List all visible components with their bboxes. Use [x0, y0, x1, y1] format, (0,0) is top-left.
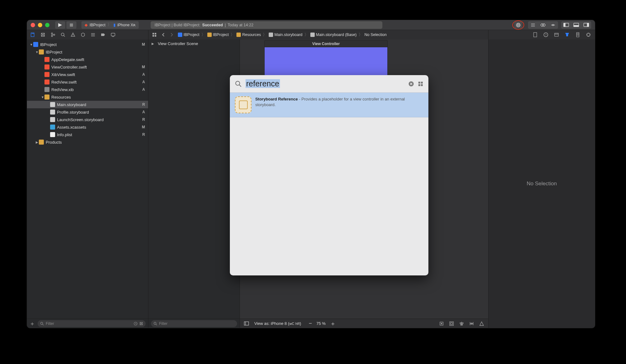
svg-point-56	[236, 81, 240, 85]
embed-in-button[interactable]	[449, 321, 454, 326]
svg-rect-30	[534, 33, 537, 37]
svg-rect-59	[421, 82, 423, 84]
stop-button[interactable]	[66, 21, 76, 29]
status-time: Today at 14:22	[228, 23, 253, 27]
source-control-navigator-tab[interactable]	[40, 32, 46, 38]
test-navigator-tab[interactable]	[80, 32, 86, 38]
attributes-inspector-tab[interactable]	[564, 32, 570, 38]
toggle-navigator-button[interactable]	[561, 21, 571, 29]
scheme-selector[interactable]: ◆ IBProject 〉 ▮ iPhone Xʀ	[81, 21, 139, 29]
svg-rect-58	[418, 82, 420, 84]
minimize-window-button[interactable]	[38, 23, 42, 27]
tree-row[interactable]: LaunchScreen.storyboardR	[27, 116, 148, 123]
tree-row[interactable]: ▼IBProjectM	[27, 41, 148, 48]
tree-row[interactable]: Profile.storyboardA	[27, 108, 148, 116]
svg-rect-29	[155, 35, 156, 37]
object-library-popover: reference Storyboard Reference - Provide…	[230, 75, 428, 275]
scm-filter-icon[interactable]	[139, 322, 143, 326]
add-file-button[interactable]: ＋	[29, 321, 35, 326]
tree-row[interactable]: ▼IBProject	[27, 48, 148, 56]
inspector-empty-label: No Selection	[489, 39, 595, 328]
issue-navigator-tab[interactable]	[70, 32, 76, 38]
file-tree[interactable]: ▼IBProjectM▼IBProjectAppDelegate.swiftVi…	[27, 39, 148, 319]
report-navigator-tab[interactable]	[110, 32, 116, 38]
find-navigator-tab[interactable]	[60, 32, 66, 38]
status-prefix: IBProject | Build IBProject:	[154, 23, 200, 27]
library-result-title: Storyboard Reference	[255, 97, 298, 101]
update-frames-button[interactable]	[439, 321, 444, 326]
view-as-label[interactable]: View as: iPhone 8 (wC hR)	[254, 321, 301, 326]
align-button[interactable]	[459, 321, 464, 326]
version-editor-button[interactable]	[548, 21, 558, 29]
toggle-outline-button[interactable]	[244, 321, 249, 326]
zoom-window-button[interactable]	[45, 23, 49, 27]
back-button[interactable]	[160, 32, 166, 38]
storyboard-reference-icon	[235, 96, 251, 113]
forward-button[interactable]	[169, 32, 175, 38]
library-search-field[interactable]: reference	[246, 79, 405, 88]
tree-row[interactable]: XibView.swiftA	[27, 71, 148, 78]
library-result-storyboard-reference[interactable]: Storyboard Reference - Provides a placeh…	[230, 93, 428, 117]
titlebar: ◆ IBProject 〉 ▮ iPhone Xʀ IBProject | Bu…	[27, 20, 595, 30]
library-button[interactable]	[514, 22, 522, 28]
recent-filter-icon[interactable]	[134, 322, 137, 326]
file-inspector-tab[interactable]	[532, 32, 538, 38]
svg-point-46	[441, 323, 442, 324]
breakpoint-navigator-tab[interactable]	[100, 32, 106, 38]
toggle-inspector-button[interactable]	[581, 21, 591, 29]
navigator-tab-bar: IBProject〉 IBProject〉 Resources〉 Main.st…	[27, 30, 595, 39]
svg-rect-43	[244, 322, 249, 325]
status-result: Succeeded	[202, 23, 223, 27]
outline-filter-field[interactable]: Filter	[151, 320, 237, 327]
zoom-in-button[interactable]: ＋	[330, 320, 336, 327]
svg-rect-1	[70, 23, 73, 27]
tree-row[interactable]: ▼Resources	[27, 93, 148, 101]
tree-row[interactable]: ViewController.swiftM	[27, 63, 148, 71]
svg-marker-0	[58, 23, 62, 27]
filter-placeholder: Filter	[46, 321, 54, 326]
svg-rect-3	[518, 24, 519, 26]
document-outline[interactable]: ▶ View Controller Scene Filter	[148, 39, 240, 328]
assistant-editor-button[interactable]	[538, 21, 548, 29]
tree-row[interactable]: Info.plistR	[27, 131, 148, 138]
size-inspector-tab[interactable]	[575, 32, 581, 38]
clear-search-button[interactable]	[408, 81, 414, 87]
project-navigator-tab[interactable]	[30, 32, 36, 38]
standard-editor-button[interactable]	[528, 21, 538, 29]
breadcrumb[interactable]: IBProject〉 IBProject〉 Resources〉 Main.st…	[178, 32, 387, 38]
search-icon	[235, 80, 242, 87]
svg-rect-10	[564, 23, 565, 27]
related-items-button[interactable]	[152, 32, 157, 38]
zoom-out-button[interactable]: −	[309, 320, 312, 327]
navigator-filter-field[interactable]: Filter	[38, 320, 146, 327]
tree-row[interactable]: Main.storyboardR	[27, 101, 148, 108]
run-button[interactable]	[55, 21, 65, 29]
scheme-project-label: IBProject	[90, 23, 106, 27]
connections-inspector-tab[interactable]	[586, 32, 591, 38]
inspector-panel: No Selection	[489, 39, 595, 328]
resolve-issues-button[interactable]	[479, 321, 484, 326]
debug-navigator-tab[interactable]	[90, 32, 96, 38]
svg-rect-60	[418, 84, 420, 86]
svg-point-17	[51, 33, 53, 34]
tree-row[interactable]: ▶Products	[27, 138, 148, 146]
close-window-button[interactable]	[31, 23, 35, 27]
outline-filter-placeholder: Filter	[159, 321, 168, 326]
svg-point-18	[51, 35, 53, 37]
svg-rect-25	[111, 33, 115, 36]
outline-scene-row[interactable]: ▶ View Controller Scene	[148, 39, 240, 48]
svg-point-42	[154, 322, 156, 324]
library-view-toggle[interactable]	[418, 81, 423, 87]
identity-inspector-tab[interactable]	[554, 32, 559, 38]
tree-row[interactable]: Assets.xcassetsM	[27, 123, 148, 131]
tree-row[interactable]: AppDelegate.swift	[27, 56, 148, 63]
pin-button[interactable]	[469, 321, 474, 326]
quick-help-inspector-tab[interactable]: ?	[543, 32, 549, 38]
tree-row[interactable]: RedView.swiftA	[27, 78, 148, 86]
symbol-navigator-tab[interactable]	[50, 32, 56, 38]
tree-row[interactable]: RedView.xibA	[27, 86, 148, 93]
svg-point-2	[516, 23, 520, 27]
svg-rect-33	[555, 33, 558, 36]
toggle-debug-area-button[interactable]	[571, 21, 581, 29]
svg-rect-12	[574, 25, 579, 27]
